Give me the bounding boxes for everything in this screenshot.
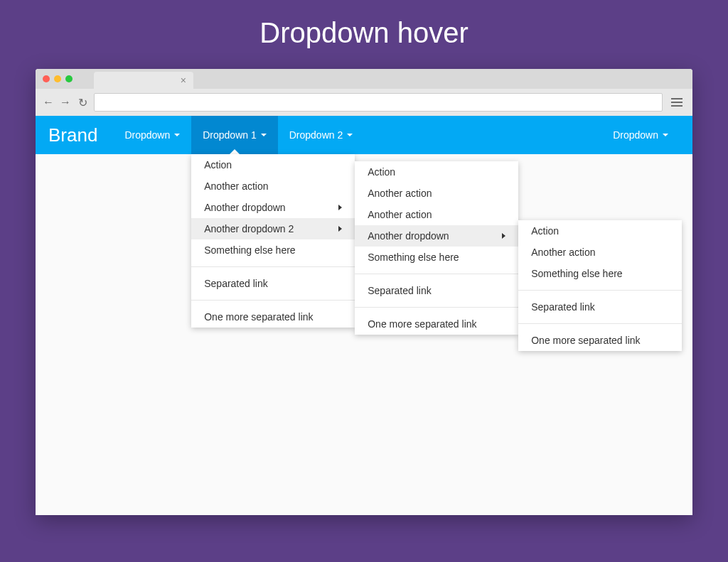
browser-tab[interactable]: ×: [94, 72, 193, 89]
minimize-window-icon[interactable]: [54, 75, 61, 82]
menu-icon[interactable]: [668, 98, 685, 107]
menu-item-label: Another dropdown 2: [204, 223, 294, 234]
menu-item-another-action-2[interactable]: Another action: [355, 204, 518, 225]
maximize-window-icon[interactable]: [65, 75, 73, 82]
browser-toolbar: ← → ↻: [36, 89, 692, 116]
menu-item-separated-link[interactable]: Separated link: [355, 280, 518, 301]
nav-items-left: Dropdown Dropdown 1 Action Another actio…: [113, 116, 601, 154]
menu-item-one-more-separated[interactable]: One more separated link: [191, 306, 355, 328]
divider: [355, 307, 518, 308]
caret-down-icon: [174, 134, 180, 136]
close-tab-icon[interactable]: ×: [181, 75, 186, 85]
menu-item-another-action[interactable]: Another action: [355, 183, 518, 204]
divider: [191, 266, 355, 267]
menu-item-label: Another dropdown: [204, 202, 285, 213]
menu-item-label: Something else here: [368, 252, 459, 263]
nav-label: Dropdown: [124, 129, 170, 141]
dropdown-menu-3: Action Another action Something else her…: [518, 220, 682, 351]
menu-item-label: Separated link: [368, 285, 432, 296]
nav-items-right: Dropdown: [601, 116, 680, 154]
caret-down-icon: [261, 134, 267, 136]
menu-item-action[interactable]: Action: [191, 154, 355, 175]
caret-right-icon: [338, 205, 342, 210]
caret-right-icon: [338, 226, 342, 232]
browser-chrome: × ← → ↻: [36, 69, 692, 116]
nav-label: Dropdown 1: [203, 129, 257, 141]
menu-item-label: Separated link: [531, 301, 595, 313]
caret-right-icon: [502, 233, 505, 239]
menu-item-action[interactable]: Action: [355, 161, 518, 183]
nav-label: Dropdown: [613, 129, 658, 141]
navbar: Brand Dropdown Dropdown 1 Action Another…: [36, 116, 692, 154]
menu-item-label: Another action: [368, 188, 432, 199]
nav-dropdown-2[interactable]: Dropdown 2: [278, 116, 365, 154]
nav-dropdown-right[interactable]: Dropdown: [601, 116, 680, 154]
dropdown-menu-2: Action Another action Another action Ano…: [355, 161, 518, 335]
menu-item-label: Another dropdown: [368, 230, 449, 242]
menu-item-label: One more separated link: [368, 318, 476, 330]
menu-item-another-dropdown[interactable]: Another dropdown Action Another action S…: [355, 225, 518, 247]
traffic-lights: [43, 75, 73, 82]
menu-item-another-action[interactable]: Another action: [518, 242, 682, 263]
nav-dropdown-1[interactable]: Dropdown 1 Action Another action Another…: [191, 116, 278, 154]
menu-item-action[interactable]: Action: [518, 220, 682, 242]
forward-icon[interactable]: →: [60, 96, 71, 109]
divider: [518, 290, 682, 291]
nav-label: Dropdown 2: [289, 129, 343, 141]
menu-item-one-more-separated[interactable]: One more separated link: [518, 330, 682, 351]
nav-dropdown[interactable]: Dropdown: [113, 116, 191, 154]
caret-down-icon: [663, 134, 668, 136]
caret-down-icon: [347, 134, 353, 136]
menu-item-one-more-separated[interactable]: One more separated link: [355, 313, 518, 335]
dropdown-menu-1: Action Another action Another dropdown A…: [191, 154, 355, 328]
menu-item-label: Another action: [531, 247, 595, 258]
tab-bar: ×: [36, 69, 692, 89]
menu-item-label: Separated link: [204, 278, 268, 289]
menu-item-label: Action: [204, 159, 232, 171]
back-icon[interactable]: ←: [43, 96, 54, 109]
url-input[interactable]: [94, 93, 663, 112]
menu-item-label: Something else here: [204, 244, 295, 256]
page-title: Dropdown hover: [0, 0, 728, 69]
menu-item-label: One more separated link: [204, 311, 313, 323]
browser-window: × ← → ↻ Brand Dropdown Dropdown 1 Act: [36, 69, 692, 515]
menu-item-label: One more separated link: [531, 335, 640, 346]
menu-item-something-else[interactable]: Something else here: [355, 247, 518, 268]
divider: [518, 323, 682, 324]
brand[interactable]: Brand: [48, 124, 97, 146]
menu-item-label: Action: [368, 166, 395, 178]
menu-item-label: Something else here: [531, 268, 622, 279]
menu-item-something-else[interactable]: Something else here: [191, 239, 355, 261]
menu-item-separated-link[interactable]: Separated link: [191, 273, 355, 294]
divider: [355, 274, 518, 274]
menu-item-another-dropdown[interactable]: Another dropdown: [191, 197, 355, 218]
close-window-icon[interactable]: [43, 75, 50, 82]
menu-item-label: Another action: [204, 180, 268, 192]
menu-item-another-dropdown-2[interactable]: Another dropdown 2 Action Another action…: [191, 218, 355, 239]
menu-item-label: Another action: [368, 209, 432, 220]
menu-item-label: Action: [531, 225, 559, 237]
menu-item-another-action[interactable]: Another action: [191, 175, 355, 197]
menu-item-separated-link[interactable]: Separated link: [518, 296, 682, 318]
divider: [191, 300, 355, 301]
reload-icon[interactable]: ↻: [77, 96, 88, 109]
menu-item-something-else[interactable]: Something else here: [518, 263, 682, 284]
